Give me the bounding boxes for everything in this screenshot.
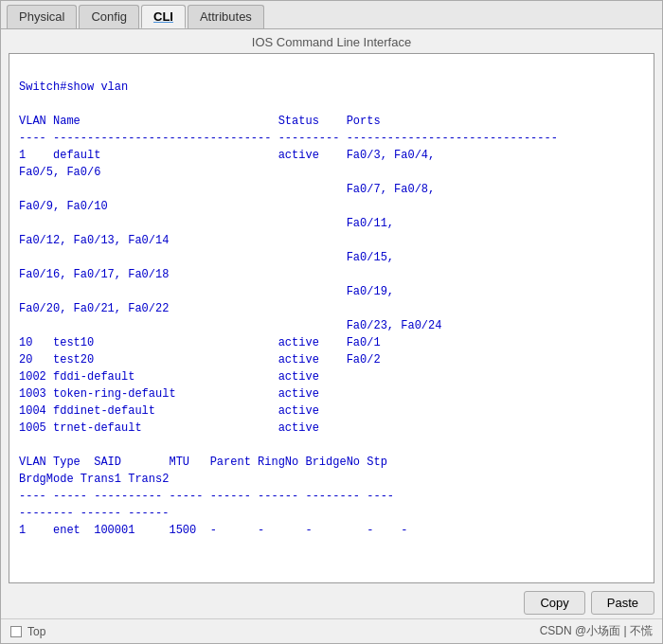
watermark: CSDN @小场面 | 不慌 — [540, 623, 653, 639]
copy-button[interactable]: Copy — [524, 591, 584, 615]
main-window: Physical Config CLI Attributes IOS Comma… — [0, 0, 663, 644]
cli-container: Switch#show vlan VLAN Name Status Ports … — [9, 53, 654, 583]
button-bar: Copy Paste — [1, 587, 662, 618]
section-title: IOS Command Line Interface — [1, 29, 662, 53]
tab-bar: Physical Config CLI Attributes — [1, 1, 662, 29]
tab-config[interactable]: Config — [79, 5, 139, 28]
paste-button[interactable]: Paste — [591, 591, 654, 615]
top-checkbox[interactable] — [10, 626, 22, 637]
footer: Top CSDN @小场面 | 不慌 — [1, 618, 662, 643]
tab-cli[interactable]: CLI — [141, 5, 186, 28]
tab-physical[interactable]: Physical — [7, 5, 77, 28]
footer-left: Top — [10, 625, 45, 638]
tab-attributes[interactable]: Attributes — [188, 5, 264, 28]
top-label: Top — [27, 625, 45, 638]
cli-output[interactable]: Switch#show vlan VLAN Name Status Ports … — [9, 54, 654, 582]
